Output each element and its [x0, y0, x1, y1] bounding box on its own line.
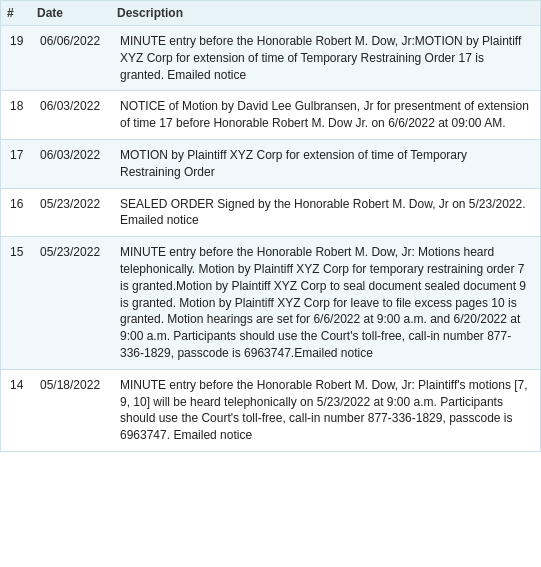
table-row: 19 06/06/2022 MINUTE entry before the Ho…: [1, 26, 540, 91]
row-description: MINUTE entry before the Honorable Robert…: [117, 376, 534, 445]
row-date: 06/03/2022: [37, 97, 117, 133]
table-row: 14 05/18/2022 MINUTE entry before the Ho…: [1, 370, 540, 451]
table-row: 16 05/23/2022 SEALED ORDER Signed by the…: [1, 189, 540, 238]
row-description: SEALED ORDER Signed by the Honorable Rob…: [117, 195, 534, 231]
row-date: 06/03/2022: [37, 146, 117, 182]
row-date: 05/23/2022: [37, 195, 117, 231]
header-description: Description: [117, 6, 534, 20]
table-header-row: # Date Description: [1, 1, 540, 26]
header-date: Date: [37, 6, 117, 20]
row-date: 06/06/2022: [37, 32, 117, 84]
row-description: MOTION by Plaintiff XYZ Corp for extensi…: [117, 146, 534, 182]
row-date: 05/18/2022: [37, 376, 117, 445]
row-num: 18: [7, 97, 37, 133]
row-description: MINUTE entry before the Honorable Robert…: [117, 32, 534, 84]
row-description: NOTICE of Motion by David Lee Gulbransen…: [117, 97, 534, 133]
row-num: 14: [7, 376, 37, 445]
row-num: 16: [7, 195, 37, 231]
row-num: 15: [7, 243, 37, 363]
row-description: MINUTE entry before the Honorable Robert…: [117, 243, 534, 363]
row-date: 05/23/2022: [37, 243, 117, 363]
row-num: 19: [7, 32, 37, 84]
row-num: 17: [7, 146, 37, 182]
table-row: 15 05/23/2022 MINUTE entry before the Ho…: [1, 237, 540, 370]
header-num: #: [7, 6, 37, 20]
docket-table: # Date Description 19 06/06/2022 MINUTE …: [0, 0, 541, 452]
table-row: 17 06/03/2022 MOTION by Plaintiff XYZ Co…: [1, 140, 540, 189]
table-row: 18 06/03/2022 NOTICE of Motion by David …: [1, 91, 540, 140]
